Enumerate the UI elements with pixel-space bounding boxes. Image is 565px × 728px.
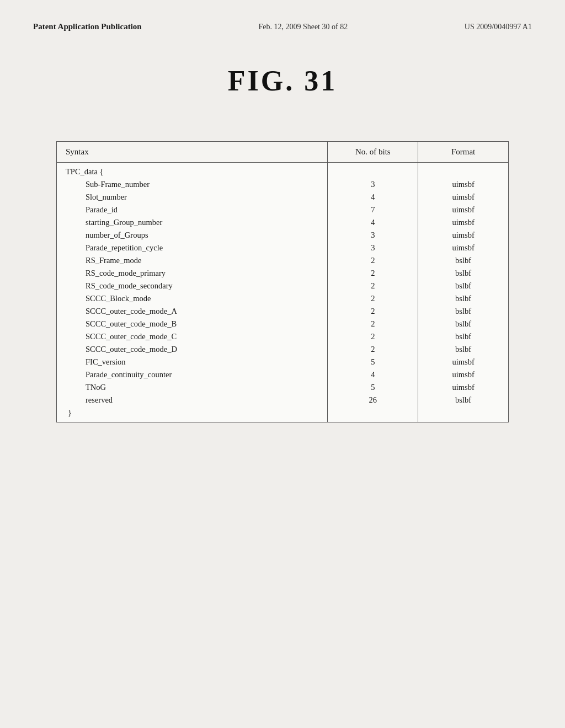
format-cell: uimsbf [418, 204, 509, 216]
syntax-cell: SCCC_Block_mode [57, 292, 328, 305]
format-cell: uimsbf [418, 229, 509, 242]
syntax-cell: Parade_repetition_cycle [57, 242, 328, 254]
format-cell: uimsbf [418, 356, 509, 368]
table-row: SCCC_outer_code_mode_C2bslbf [57, 330, 509, 343]
format-cell: uimsbf [418, 368, 509, 381]
bits-cell: 2 [328, 280, 418, 292]
syntax-cell: RS_code_mode_secondary [57, 280, 328, 292]
bits-cell [328, 406, 418, 422]
syntax-cell: SCCC_outer_code_mode_A [57, 305, 328, 318]
bits-cell: 4 [328, 216, 418, 229]
table-row: RS_code_mode_primary2bslbf [57, 267, 509, 280]
table-row: SCCC_outer_code_mode_D2bslbf [57, 343, 509, 356]
syntax-cell: TNoG [57, 381, 328, 394]
format-cell: uimsbf [418, 242, 509, 254]
bits-cell: 2 [328, 254, 418, 267]
bits-cell: 4 [328, 368, 418, 381]
syntax-cell: TPC_data { [57, 163, 328, 179]
table-row: FIC_version5uimsbf [57, 356, 509, 368]
format-cell: bslbf [418, 343, 509, 356]
bits-cell: 5 [328, 356, 418, 368]
syntax-cell: Sub-Frame_number [57, 178, 328, 191]
syntax-cell: number_of_Groups [57, 229, 328, 242]
table-row: SCCC_outer_code_mode_B2bslbf [57, 318, 509, 330]
col-bits-header: No. of bits [328, 142, 418, 163]
table-row: Parade_id7uimsbf [57, 204, 509, 216]
bits-cell: 2 [328, 292, 418, 305]
format-cell [418, 163, 509, 179]
table-row: TPC_data { [57, 163, 509, 179]
bits-cell: 2 [328, 267, 418, 280]
table-row: Parade_continuity_counter4uimsbf [57, 368, 509, 381]
format-cell: bslbf [418, 394, 509, 406]
bits-cell: 2 [328, 318, 418, 330]
page-header: Patent Application Publication Feb. 12, … [33, 22, 532, 31]
publication-date-sheet: Feb. 12, 2009 Sheet 30 of 82 [258, 23, 348, 31]
table-row: RS_code_mode_secondary2bslbf [57, 280, 509, 292]
format-cell: uimsbf [418, 216, 509, 229]
table-row: SCCC_Block_mode2bslbf [57, 292, 509, 305]
format-cell: bslbf [418, 280, 509, 292]
col-format-header: Format [418, 142, 509, 163]
syntax-cell: SCCC_outer_code_mode_B [57, 318, 328, 330]
format-cell: bslbf [418, 254, 509, 267]
syntax-cell: Parade_id [57, 204, 328, 216]
bits-cell: 2 [328, 305, 418, 318]
format-cell: uimsbf [418, 178, 509, 191]
format-cell: bslbf [418, 330, 509, 343]
syntax-cell: SCCC_outer_code_mode_C [57, 330, 328, 343]
syntax-cell: Slot_number [57, 191, 328, 204]
syntax-cell: starting_Group_number [57, 216, 328, 229]
table-row: Sub-Frame_number3uimsbf [57, 178, 509, 191]
bits-cell: 3 [328, 178, 418, 191]
syntax-cell: reserved [57, 394, 328, 406]
table-header-row: Syntax No. of bits Format [57, 142, 509, 163]
table-row: TNoG5uimsbf [57, 381, 509, 394]
bits-cell: 7 [328, 204, 418, 216]
format-cell [418, 406, 509, 422]
bits-cell: 2 [328, 343, 418, 356]
table-row: SCCC_outer_code_mode_A2bslbf [57, 305, 509, 318]
format-cell: bslbf [418, 318, 509, 330]
publication-label: Patent Application Publication [33, 22, 142, 31]
syntax-cell: } [57, 406, 328, 422]
syntax-cell: Parade_continuity_counter [57, 368, 328, 381]
syntax-cell: SCCC_outer_code_mode_D [57, 343, 328, 356]
syntax-cell: RS_code_mode_primary [57, 267, 328, 280]
table-body: TPC_data {Sub-Frame_number3uimsbfSlot_nu… [57, 163, 509, 422]
table-row: Slot_number4uimsbf [57, 191, 509, 204]
table-row: Parade_repetition_cycle3uimsbf [57, 242, 509, 254]
page: Patent Application Publication Feb. 12, … [0, 0, 565, 728]
syntax-cell: FIC_version [57, 356, 328, 368]
bits-cell: 2 [328, 330, 418, 343]
bits-cell: 4 [328, 191, 418, 204]
format-cell: bslbf [418, 292, 509, 305]
bits-cell [328, 163, 418, 179]
table-row: reserved26bslbf [57, 394, 509, 406]
bits-cell: 5 [328, 381, 418, 394]
bits-cell: 3 [328, 229, 418, 242]
figure-title: FIG. 31 [33, 65, 532, 97]
publication-number: US 2009/0040997 A1 [465, 23, 532, 31]
table-row: starting_Group_number4uimsbf [57, 216, 509, 229]
data-table-container: Syntax No. of bits Format TPC_data {Sub-… [56, 141, 509, 422]
table-row: number_of_Groups3uimsbf [57, 229, 509, 242]
format-cell: bslbf [418, 267, 509, 280]
bits-cell: 26 [328, 394, 418, 406]
format-cell: uimsbf [418, 381, 509, 394]
format-cell: bslbf [418, 305, 509, 318]
syntax-table: Syntax No. of bits Format TPC_data {Sub-… [56, 141, 509, 422]
table-row: } [57, 406, 509, 422]
col-syntax-header: Syntax [57, 142, 328, 163]
bits-cell: 3 [328, 242, 418, 254]
table-row: RS_Frame_mode2bslbf [57, 254, 509, 267]
format-cell: uimsbf [418, 191, 509, 204]
syntax-cell: RS_Frame_mode [57, 254, 328, 267]
